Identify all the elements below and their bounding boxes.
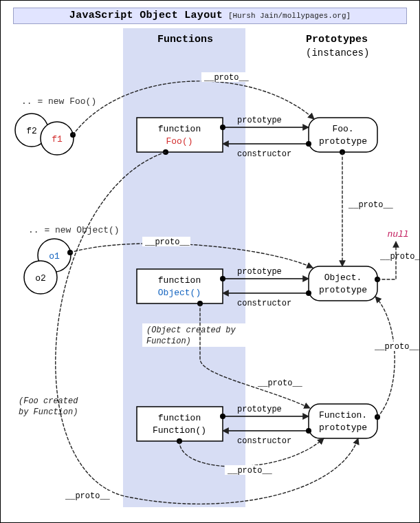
- svg-text:__proto__: __proto__: [379, 252, 420, 262]
- svg-text:by Function): by Function): [19, 407, 78, 417]
- svg-text:(Foo created: (Foo created: [19, 396, 78, 406]
- svg-rect-9: [309, 118, 377, 152]
- svg-text:(Object created by: (Object created by: [146, 325, 236, 335]
- svg-text:function: function: [158, 124, 201, 134]
- svg-text:__proto__: __proto__: [348, 200, 394, 210]
- svg-text:Foo.: Foo.: [332, 124, 353, 134]
- svg-text:Function): Function): [146, 337, 191, 346]
- edge-o1-proto: [70, 244, 313, 268]
- svg-rect-12: [309, 266, 377, 301]
- box-function-function: function Function(): [137, 407, 223, 441]
- diagram-canvas: function Foo() function Object() functio…: [1, 1, 420, 523]
- edge-funcproto-proto: [375, 297, 395, 417]
- svg-text:__proto__: __proto__: [144, 237, 190, 247]
- svg-text:constructor: constructor: [237, 436, 291, 446]
- svg-text:f2: f2: [26, 126, 37, 136]
- svg-text:__proto__: __proto__: [65, 491, 111, 501]
- svg-text:prototype: prototype: [237, 116, 282, 125]
- chip-foo-prototype: Foo. prototype: [309, 118, 377, 152]
- new-foo-caption: .. = new Foo(): [21, 96, 96, 107]
- svg-text:__proto__: __proto__: [227, 466, 273, 476]
- svg-text:prototype: prototype: [237, 405, 282, 414]
- svg-text:prototype: prototype: [319, 285, 367, 295]
- chip-object-prototype: Object. prototype: [309, 266, 377, 301]
- svg-text:Function(): Function(): [153, 425, 206, 436]
- svg-rect-15: [309, 404, 377, 438]
- svg-text:f1: f1: [52, 134, 63, 145]
- svg-rect-0: [137, 118, 223, 152]
- box-function-foo: function Foo(): [137, 118, 223, 152]
- svg-rect-3: [137, 269, 223, 303]
- svg-text:__proto__: __proto__: [203, 73, 250, 83]
- svg-text:Object(): Object(): [158, 288, 201, 298]
- svg-text:prototype: prototype: [237, 267, 282, 277]
- svg-text:o1: o1: [49, 251, 60, 262]
- svg-text:function: function: [158, 413, 201, 423]
- svg-text:__proto__: __proto__: [257, 378, 303, 388]
- svg-text:prototype: prototype: [319, 423, 367, 433]
- note-foo-by-function: (Foo created by Function): [16, 394, 91, 418]
- new-obj-caption: .. = new Object(): [28, 225, 120, 235]
- null-value: null: [387, 229, 408, 239]
- svg-text:constructor: constructor: [237, 299, 291, 308]
- chip-function-prototype: Function. prototype: [309, 404, 377, 438]
- svg-text:Function.: Function.: [319, 410, 367, 420]
- svg-text:Foo(): Foo(): [166, 136, 192, 147]
- svg-text:__proto__: __proto__: [374, 342, 420, 352]
- note-object-by-function: (Object created by Function): [142, 323, 245, 347]
- box-function-object: function Object(): [137, 269, 223, 303]
- svg-text:o2: o2: [35, 273, 46, 284]
- svg-text:function: function: [158, 275, 201, 286]
- edge-object-fnproto: [200, 303, 310, 408]
- svg-text:Object.: Object.: [324, 273, 362, 283]
- svg-text:prototype: prototype: [319, 136, 367, 147]
- svg-rect-6: [137, 407, 223, 441]
- svg-text:constructor: constructor: [237, 149, 291, 159]
